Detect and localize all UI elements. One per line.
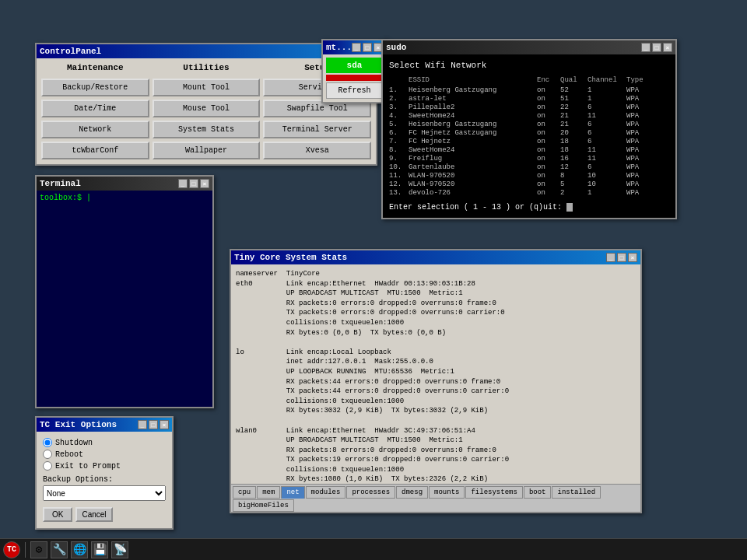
- stats-tab-processes[interactable]: processes: [346, 486, 395, 499]
- backup-label: Backup Options:: [43, 475, 166, 484]
- wifi-row[interactable]: 9. Freiflug on 16 11 WPA: [389, 155, 669, 163]
- term-min-btn[interactable]: _: [178, 179, 188, 188]
- terminal-title-buttons: _ □ ×: [178, 179, 209, 188]
- stats-titlebar: Tiny Core System Stats _ □ ×: [231, 250, 640, 264]
- wifi-prompt: Enter selection ( 1 - 13 ) or (q)uit:: [389, 203, 669, 212]
- system-stats-btn[interactable]: System Stats: [153, 121, 261, 138]
- sudo-max-btn[interactable]: □: [652, 43, 661, 52]
- taskbar-icon-5[interactable]: 📡: [111, 541, 128, 558]
- terminal-prompt: toolbox:$ |: [40, 194, 91, 202]
- wallpaper-btn[interactable]: Wallpaper: [153, 142, 261, 159]
- backup-restore-btn[interactable]: Backup/Restore: [41, 79, 149, 96]
- wifi-row[interactable]: 7. FC Hejnetz on 18 6 WPA: [389, 138, 669, 145]
- mount-tool-title: mt...: [326, 43, 352, 52]
- exit-buttons: OK Cancel: [43, 507, 166, 522]
- taskbar-icon-home[interactable]: TC: [3, 541, 20, 558]
- reboot-option[interactable]: Reboot: [43, 450, 166, 459]
- sudo-title-buttons: _ □ ×: [641, 43, 672, 52]
- wifi-row[interactable]: 12. WLAN-970520 on 5 10 WPA: [389, 180, 669, 188]
- stats-content: nameserver TinyCoreeth0 Link encap:Ether…: [231, 264, 640, 512]
- terminal-title: Terminal: [40, 179, 81, 188]
- col-num: [389, 76, 409, 84]
- exit-max-btn[interactable]: □: [149, 420, 158, 429]
- backup-select[interactable]: None: [43, 485, 166, 501]
- sudo-min-btn[interactable]: _: [641, 43, 651, 52]
- wifi-row[interactable]: 4. SweetHome24 on 21 11 WPA: [389, 112, 669, 120]
- exit-to-prompt-option[interactable]: Exit to Prompt: [43, 461, 166, 471]
- mt-max-btn[interactable]: □: [363, 43, 372, 52]
- wifi-row[interactable]: 8. SweetHome24 on 18 11 WPA: [389, 146, 669, 154]
- xvesa-btn[interactable]: Xvesa: [263, 142, 371, 159]
- maintenance-header: Maintenance: [41, 63, 149, 72]
- stats-tab-dmesg[interactable]: dmesg: [396, 486, 428, 499]
- term-max-btn[interactable]: □: [189, 179, 198, 188]
- exit-close-btn[interactable]: ×: [160, 420, 169, 429]
- sda-button[interactable]: sda: [326, 58, 383, 73]
- term-close-btn[interactable]: ×: [200, 179, 209, 188]
- exit-content: Shutdown Reboot Exit to Prompt Backup Op…: [37, 432, 172, 528]
- wifi-row[interactable]: 13. devolo-726 on 2 1 WPA: [389, 189, 669, 197]
- mt-title-buttons: _ □ ×: [352, 43, 383, 52]
- sudo-titlebar: sudo _ □ ×: [383, 40, 675, 54]
- stats-tab-mem[interactable]: mem: [257, 486, 280, 499]
- wifi-row[interactable]: 11. WLAN-970520 on 8 10 WPA: [389, 172, 669, 180]
- col-enc: Enc: [537, 76, 560, 84]
- stats-tab-filesystems[interactable]: filesystems: [465, 486, 522, 499]
- terminal-server-btn[interactable]: Terminal Server: [263, 121, 371, 138]
- wifi-row[interactable]: 2. astra-let on 51 1 WPA: [389, 95, 669, 103]
- wifi-row[interactable]: 5. Heisenberg Gastzugang on 21 6 WPA: [389, 121, 669, 128]
- terminal-content[interactable]: toolbox:$ |: [37, 191, 212, 407]
- taskbar: TC ⚙ 🔧 🌐 💾 📡: [0, 538, 747, 560]
- stats-tab-mounts[interactable]: mounts: [429, 486, 465, 499]
- exit-titlebar: TC Exit Options _ □ ×: [37, 418, 172, 432]
- cancel-button[interactable]: Cancel: [75, 507, 112, 522]
- stats-title-buttons: _ □ ×: [606, 253, 637, 262]
- taskbar-icon-2[interactable]: 🔧: [51, 541, 68, 558]
- wifi-row[interactable]: 3. Pillepalle2 on 22 6 WPA: [389, 103, 669, 111]
- shutdown-option[interactable]: Shutdown: [43, 438, 166, 447]
- tcwbarconf-btn[interactable]: tcWbarConf: [41, 142, 149, 159]
- stats-text: nameserver TinyCoreeth0 Link encap:Ether…: [231, 264, 640, 484]
- wifi-row[interactable]: 10. Gartenlaube on 12 6 WPA: [389, 163, 669, 171]
- sudo-title: sudo: [386, 43, 406, 52]
- col-type: Type: [626, 76, 650, 84]
- exit-min-btn[interactable]: _: [138, 420, 147, 429]
- network-btn[interactable]: Network: [41, 121, 149, 138]
- stats-tabs: cpumemnetmodulesprocessesdmesgmountsfile…: [231, 484, 640, 512]
- refresh-button[interactable]: Refresh: [326, 82, 383, 99]
- taskbar-icon-4[interactable]: 💾: [91, 541, 108, 558]
- sudo-content: Select Wifi Network ESSID Enc Qual Chann…: [383, 54, 675, 218]
- stats-tab-modules[interactable]: modules: [306, 486, 346, 499]
- wifi-table-header: ESSID Enc Qual Channel Type: [389, 76, 669, 84]
- stats-max-btn[interactable]: □: [617, 253, 626, 262]
- stats-tab-bigHomeFiles[interactable]: bigHomeFiles: [233, 499, 294, 512]
- mount-tool-content: sda Refresh: [323, 54, 386, 102]
- stats-tab-boot[interactable]: boot: [524, 486, 552, 499]
- datetime-btn[interactable]: Date/Time: [41, 100, 149, 117]
- exit-title: TC Exit Options: [40, 420, 117, 429]
- wifi-row[interactable]: 6. FC Hejnetz Gastzugang on 20 6 WPA: [389, 129, 669, 137]
- utilities-header: Utilities: [153, 63, 261, 72]
- stats-close-btn[interactable]: ×: [628, 253, 637, 262]
- stats-tab-net[interactable]: net: [281, 486, 304, 499]
- stats-min-btn[interactable]: _: [606, 253, 615, 262]
- terminal-titlebar: Terminal _ □ ×: [37, 177, 212, 191]
- utilities-column: Utilities Mount Tool Mouse Tool System S…: [153, 63, 261, 159]
- desktop: ControlPanel _ □ × Maintenance Backup/Re…: [0, 0, 747, 560]
- system-stats-window: Tiny Core System Stats _ □ × nameserver …: [230, 249, 642, 513]
- col-qual: Qual: [560, 76, 587, 84]
- wifi-row[interactable]: 1. Heisenberg Gastzugang on 52 1 WPA: [389, 86, 669, 94]
- mt-min-btn[interactable]: _: [352, 43, 361, 52]
- exit-options-window: TC Exit Options _ □ × Shutdown Reboot Ex…: [35, 416, 174, 530]
- sdb-button[interactable]: [326, 75, 383, 81]
- stats-tab-cpu[interactable]: cpu: [233, 486, 256, 499]
- col-essid: ESSID: [409, 76, 537, 84]
- taskbar-icon-3[interactable]: 🌐: [71, 541, 88, 558]
- mouse-tool-btn[interactable]: Mouse Tool: [153, 100, 261, 117]
- taskbar-icon-1[interactable]: ⚙: [30, 541, 47, 558]
- stats-tab-installed[interactable]: installed: [552, 486, 601, 499]
- col-channel: Channel: [587, 76, 626, 84]
- ok-button[interactable]: OK: [43, 507, 72, 522]
- sudo-close-btn[interactable]: ×: [663, 43, 672, 52]
- mount-tool-btn[interactable]: Mount Tool: [153, 79, 261, 96]
